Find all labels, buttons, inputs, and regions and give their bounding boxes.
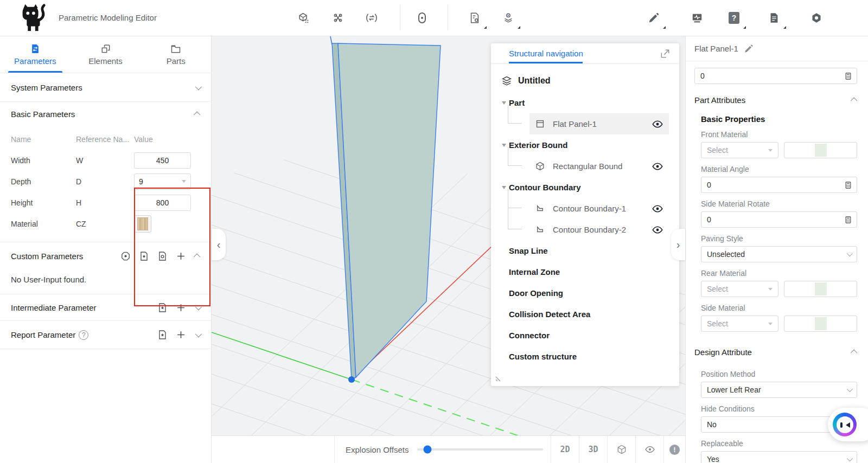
- assistant-avatar[interactable]: [833, 413, 857, 436]
- section-system-parameters[interactable]: System Parameters: [0, 73, 211, 102]
- calculator-icon[interactable]: [844, 72, 852, 81]
- calculator-icon[interactable]: [844, 181, 852, 190]
- mirror-icon[interactable]: [414, 10, 430, 26]
- visibility-button[interactable]: [635, 436, 663, 463]
- view-3d-button[interactable]: 3D: [579, 436, 607, 463]
- tree-group-snap-line[interactable]: Snap Line: [491, 240, 679, 261]
- import-template-icon[interactable]: [155, 300, 169, 314]
- view-2d-button[interactable]: 2D: [551, 436, 579, 463]
- structural-navigation-tab[interactable]: Structural navigation: [509, 49, 583, 58]
- calculator-icon[interactable]: [844, 215, 852, 224]
- import-template-icon[interactable]: [137, 249, 151, 263]
- tab-parameters[interactable]: Parameters: [0, 36, 71, 73]
- cube-icon: [535, 161, 545, 171]
- material-angle-input[interactable]: [707, 181, 844, 189]
- chevron-up-icon[interactable]: [851, 349, 858, 356]
- section-report-parameter[interactable]: Report Parameter ?: [0, 321, 211, 349]
- section-intermediate-parameter[interactable]: Intermediate Parameter: [0, 294, 211, 321]
- collapse-right-panel-button[interactable]: ›: [671, 229, 685, 260]
- export-template-icon[interactable]: [155, 249, 169, 263]
- caret-down-icon[interactable]: [502, 186, 506, 189]
- side-material-swatch-field[interactable]: [784, 316, 857, 332]
- help-icon[interactable]: ?: [726, 10, 742, 26]
- part-attributes-header[interactable]: Part Attributes: [694, 88, 857, 111]
- rear-material-swatch-field[interactable]: [784, 281, 857, 297]
- side-material-rotate-field: [701, 211, 857, 228]
- width-value-input[interactable]: [134, 152, 191, 169]
- import-template-icon[interactable]: [155, 328, 169, 342]
- document-settings-icon[interactable]: [467, 10, 483, 26]
- front-material-select[interactable]: Select: [701, 142, 778, 158]
- tab-label: Parts: [167, 56, 186, 66]
- eye-icon[interactable]: [652, 160, 663, 172]
- tree-item-rectangular-bound[interactable]: Rectangular Bound: [491, 156, 679, 177]
- chevron-up-icon[interactable]: [194, 253, 201, 260]
- chevron-up-icon[interactable]: [194, 111, 201, 118]
- monitor-pulse-icon[interactable]: [689, 10, 705, 26]
- model-library-icon[interactable]: [296, 10, 312, 26]
- idea-layers-icon[interactable]: [500, 10, 516, 26]
- visibility-settings-icon[interactable]: [118, 249, 132, 263]
- tree-item-flat-panel-1[interactable]: Flat Panel-1: [491, 113, 679, 134]
- tab-elements[interactable]: Elements: [71, 36, 141, 73]
- height-value-input[interactable]: [134, 195, 191, 211]
- caret-down-icon[interactable]: [502, 101, 506, 105]
- add-parameter-button[interactable]: [174, 249, 188, 263]
- depth-value-select[interactable]: 9: [134, 173, 191, 190]
- basic-parameters-header[interactable]: Basic Parameters: [0, 102, 211, 126]
- position-method-select[interactable]: Lower Left Rear: [701, 382, 857, 398]
- tree-group-connector[interactable]: Connector: [491, 325, 679, 346]
- assistant-widget[interactable]: [828, 408, 868, 441]
- table-row-height: Height H: [11, 192, 200, 213]
- caret-down-icon[interactable]: [502, 144, 506, 147]
- chevron-down-icon[interactable]: [195, 331, 202, 338]
- paving-style-select[interactable]: Unselected: [701, 246, 857, 262]
- front-material-swatch-field[interactable]: [784, 142, 857, 158]
- side-material-rotate-input[interactable]: [707, 215, 844, 224]
- warnings-button[interactable]: !: [663, 436, 685, 463]
- pencil-icon[interactable]: [646, 10, 662, 26]
- section-title: Report Parameter: [11, 330, 75, 339]
- report-doc-icon[interactable]: [766, 10, 782, 26]
- nut-icon[interactable]: [808, 10, 825, 26]
- top-value-input[interactable]: [700, 72, 844, 80]
- tree-group-internal-zone[interactable]: Internal Zone: [491, 261, 679, 282]
- custom-parameters-header[interactable]: Custom Parameters: [0, 242, 211, 269]
- tree-group-custom-structure[interactable]: Custom structure: [491, 346, 679, 367]
- toolbar-divider: [400, 4, 400, 30]
- side-material-rotate-label: Side Material Rotate: [701, 200, 857, 208]
- rename-pencil-icon[interactable]: [744, 44, 754, 54]
- chevron-down-icon: [847, 250, 853, 256]
- expand-panel-icon[interactable]: [660, 48, 671, 59]
- design-attribute-header[interactable]: Design Attribute: [694, 340, 857, 363]
- tree-item-contour-boundary-2[interactable]: Contour Boundary-2: [491, 219, 679, 240]
- knot-icon[interactable]: [330, 10, 346, 26]
- tree-group-collision-detect-area[interactable]: Collision Detect Area: [491, 304, 679, 325]
- help-circle-icon[interactable]: ?: [79, 330, 88, 340]
- eye-icon[interactable]: [652, 118, 663, 130]
- collapse-left-panel-button[interactable]: ‹: [212, 229, 226, 260]
- section-custom-parameters: Custom Parameters No User-Input found.: [0, 242, 211, 294]
- explosion-offsets-slider[interactable]: [417, 448, 543, 451]
- eye-icon[interactable]: [652, 203, 663, 215]
- add-parameter-button[interactable]: [174, 328, 188, 342]
- panel-resize-handle[interactable]: [495, 374, 503, 382]
- replaceable-select[interactable]: Yes: [701, 451, 857, 463]
- material-swatch-button[interactable]: [134, 215, 151, 233]
- table-header-row: Name Reference Na... Value: [11, 129, 200, 150]
- rear-material-select[interactable]: Select: [701, 281, 778, 297]
- eye-icon[interactable]: [652, 224, 663, 236]
- add-parameter-button[interactable]: [174, 300, 188, 314]
- chevron-up-icon[interactable]: [851, 97, 858, 104]
- caret-down-icon: [768, 149, 773, 152]
- swap-icon[interactable]: [363, 10, 380, 26]
- chevron-down-icon[interactable]: [195, 83, 202, 90]
- tree-root-untitled[interactable]: Untitled: [491, 69, 679, 92]
- tab-parts[interactable]: Parts: [141, 36, 211, 73]
- side-material-select[interactable]: Select: [701, 316, 778, 332]
- tree-group-door-opening[interactable]: Door Opening: [491, 282, 679, 304]
- origin-vertex-handle[interactable]: [348, 376, 355, 383]
- isometric-view-button[interactable]: [607, 436, 635, 463]
- slider-knob[interactable]: [424, 446, 432, 454]
- chevron-down-icon[interactable]: [195, 303, 202, 310]
